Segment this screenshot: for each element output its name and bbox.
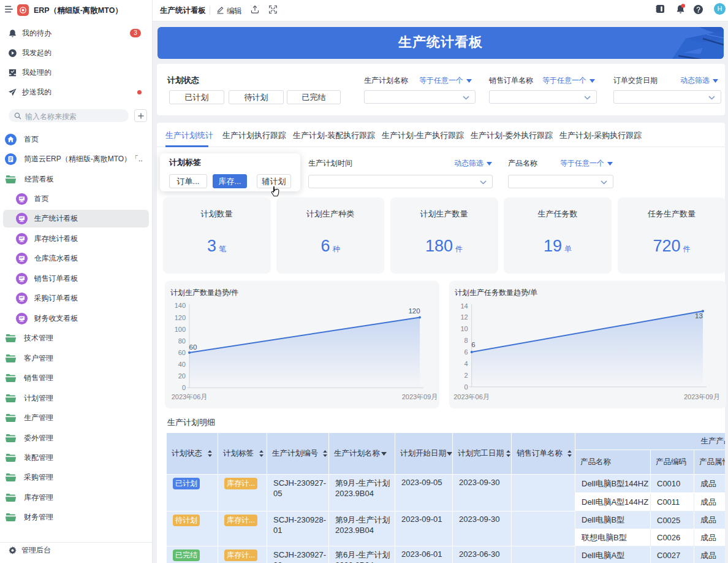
svg-text:120: 120 (175, 314, 186, 321)
svg-text:100: 100 (175, 326, 186, 333)
svg-text:2023年09月: 2023年09月 (402, 393, 438, 400)
svg-text:2: 2 (464, 372, 468, 379)
svg-text:13: 13 (695, 312, 703, 320)
svg-text:0: 0 (464, 383, 468, 391)
svg-text:10: 10 (460, 325, 468, 332)
svg-text:12: 12 (460, 313, 468, 321)
svg-text:6: 6 (464, 348, 468, 356)
svg-text:60: 60 (189, 343, 197, 351)
svg-text:60: 60 (178, 349, 186, 356)
svg-text:40: 40 (178, 361, 186, 368)
svg-text:120: 120 (408, 307, 420, 315)
svg-text:2023年09月: 2023年09月 (684, 393, 720, 400)
svg-text:6: 6 (471, 341, 475, 348)
svg-text:14: 14 (460, 302, 468, 310)
svg-text:2023年06月: 2023年06月 (172, 393, 208, 400)
svg-text:0: 0 (182, 384, 186, 391)
svg-text:20: 20 (178, 372, 186, 380)
svg-text:80: 80 (178, 337, 186, 345)
svg-text:4: 4 (464, 360, 468, 367)
svg-text:8: 8 (464, 337, 468, 344)
svg-text:2023年06月: 2023年06月 (453, 393, 490, 400)
svg-text:140: 140 (175, 302, 186, 309)
